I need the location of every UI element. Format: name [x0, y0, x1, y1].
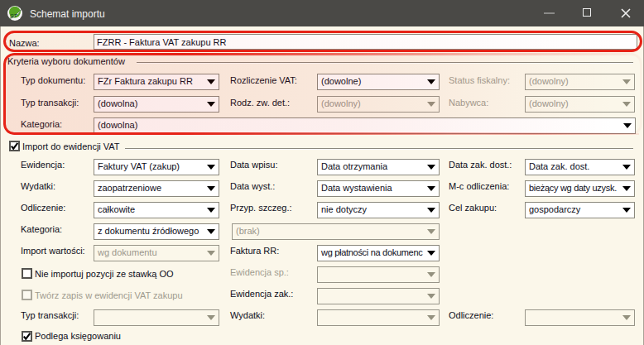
svg-text:GT: GT: [10, 13, 18, 18]
